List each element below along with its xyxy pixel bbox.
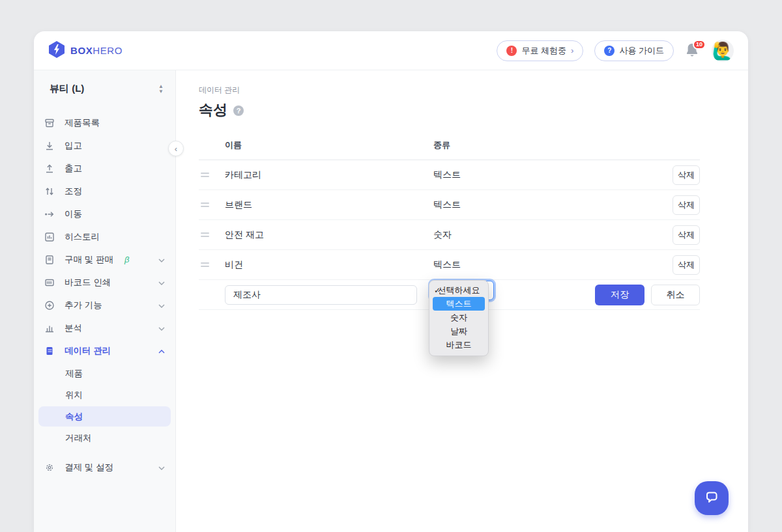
dropdown-option-label: 숫자 (450, 312, 467, 324)
sidebar-menu: 제품목록 입고 출고 (34, 111, 175, 479)
bar-chart-icon (44, 323, 55, 333)
sidebar-item-adjust[interactable]: 조정 (34, 180, 175, 203)
boxhero-logo[interactable]: BOXHERO (48, 40, 123, 61)
question-icon: ? (604, 46, 615, 56)
plus-circle-icon (44, 300, 55, 311)
sidebar-item-history[interactable]: 히스토리 (34, 225, 175, 248)
chevron-up-icon (158, 346, 165, 356)
sidebar-subitem-products[interactable]: 제품 (38, 363, 171, 384)
sidebar-item-addons[interactable]: 추가 기능 (34, 294, 175, 316)
delete-button[interactable]: 삭제 (673, 165, 700, 185)
dropdown-option-text[interactable]: 텍스트 (433, 297, 485, 311)
drag-handle-icon[interactable] (201, 201, 209, 209)
table-row: 안전 재고 숫자 삭제 (199, 220, 700, 250)
dropdown-option-placeholder[interactable]: ✓ 선택하세요 (433, 283, 485, 297)
sidebar-item-label: 히스토리 (65, 231, 100, 243)
chevron-down-icon (158, 300, 165, 310)
sidebar-item-stock-out[interactable]: 출고 (34, 157, 175, 180)
app-window: BOXHERO ! 무료 체험중 › ? 사용 가이드 10 🙋‍♂️ (34, 31, 748, 532)
notification-bell-button[interactable]: 10 (685, 42, 701, 59)
free-trial-button[interactable]: ! 무료 체험중 › (497, 40, 583, 61)
sidebar-item-label: 입고 (65, 140, 82, 152)
help-icon[interactable]: ? (233, 105, 244, 116)
sidebar-item-stock-in[interactable]: 입고 (34, 134, 175, 157)
chevron-right-icon: › (571, 46, 573, 55)
sidebar-item-products[interactable]: 제품목록 (34, 111, 175, 134)
sidebar-item-label: 바코드 인쇄 (65, 277, 111, 288)
sidebar-item-analytics[interactable]: 분석 (34, 316, 175, 339)
trial-alert-icon: ! (506, 46, 517, 56)
submenu-label: 거래처 (65, 432, 92, 444)
arrow-up-out-icon (44, 163, 55, 174)
delete-button[interactable]: 삭제 (673, 195, 700, 215)
table-row: 비건 텍스트 삭제 (199, 250, 700, 280)
sidebar-item-label: 이동 (65, 208, 82, 220)
attribute-type: 텍스트 (433, 169, 666, 181)
usage-guide-label: 사용 가이드 (619, 45, 664, 57)
document-icon (44, 255, 55, 265)
attribute-name-input[interactable] (225, 285, 417, 305)
dropdown-option-label: 날짜 (450, 326, 467, 337)
beta-badge: β (124, 255, 129, 264)
drag-handle-icon[interactable] (201, 231, 209, 239)
table-header: 이름 종류 (199, 131, 700, 160)
sidebar-subitem-partners[interactable]: 거래처 (38, 428, 171, 448)
sidebar-item-label: 분석 (65, 322, 82, 334)
sidebar-item-barcode-print[interactable]: 바코드 인쇄 (34, 271, 175, 294)
cancel-button[interactable]: 취소 (651, 285, 700, 305)
arrow-right-move-icon (44, 209, 55, 219)
column-header-name: 이름 (225, 139, 433, 151)
dropdown-option-date[interactable]: 날짜 (433, 324, 485, 338)
save-button[interactable]: 저장 (595, 285, 644, 305)
history-icon (44, 232, 55, 242)
free-trial-label: 무료 체험중 (521, 45, 566, 57)
user-avatar[interactable]: 🙋‍♂️ (712, 40, 734, 62)
sidebar-item-purchase-sales[interactable]: 구매 및 판매 β (34, 248, 175, 271)
attribute-name: 브랜드 (225, 199, 433, 211)
column-header-type: 종류 (433, 139, 666, 151)
sidebar-item-data-management[interactable]: 데이터 관리 (34, 339, 175, 362)
sidebar: 뷰티 (L) ▲▼ 제품목록 입고 (34, 70, 176, 532)
usage-guide-button[interactable]: ? 사용 가이드 (594, 40, 674, 61)
top-bar: BOXHERO ! 무료 체험중 › ? 사용 가이드 10 🙋‍♂️ (34, 31, 748, 70)
sidebar-item-label: 출고 (65, 163, 82, 175)
drag-handle-icon[interactable] (201, 260, 209, 269)
page-title: 속성 (199, 100, 227, 120)
chat-launcher-button[interactable] (695, 481, 729, 515)
dropdown-option-label: 텍스트 (446, 298, 472, 310)
attribute-name: 비건 (225, 259, 433, 271)
topbar-actions: ! 무료 체험중 › ? 사용 가이드 10 🙋‍♂️ (497, 40, 734, 62)
workspace-selector[interactable]: 뷰티 (L) ▲▼ (34, 76, 175, 102)
notification-count-badge: 10 (693, 40, 706, 49)
dropdown-option-label: 바코드 (446, 339, 472, 351)
sidebar-collapse-button[interactable]: ‹ (168, 141, 184, 156)
workspace-switch-icon: ▲▼ (158, 84, 164, 94)
dropdown-option-number[interactable]: 숫자 (433, 311, 485, 324)
chevron-down-icon (158, 255, 165, 264)
boxhero-wordmark: BOXHERO (70, 45, 123, 56)
dropdown-option-barcode[interactable]: 바코드 (433, 338, 485, 352)
table-row: 브랜드 텍스트 삭제 (199, 190, 700, 220)
delete-button[interactable]: 삭제 (673, 225, 700, 245)
breadcrumb: 데이터 관리 (199, 85, 748, 96)
boxhero-hexagon-icon (48, 40, 65, 61)
database-icon (44, 346, 55, 356)
main-content: 데이터 관리 속성 ? 이름 종류 카테고리 텍스트 삭제 (176, 70, 748, 532)
sidebar-item-label: 추가 기능 (65, 300, 102, 311)
sidebar-subitem-attributes[interactable]: 속성 (38, 406, 171, 427)
attribute-type: 텍스트 (433, 259, 666, 271)
drag-handle-icon[interactable] (201, 171, 209, 179)
sidebar-item-label: 조정 (65, 186, 82, 197)
submenu-label: 제품 (65, 368, 83, 380)
sidebar-item-billing-settings[interactable]: 결제 및 설정 (34, 456, 175, 479)
chevron-down-icon (158, 277, 165, 287)
sidebar-subitem-locations[interactable]: 위치 (38, 385, 171, 405)
delete-button[interactable]: 삭제 (673, 255, 700, 275)
attribute-name: 카테고리 (225, 169, 433, 181)
chevron-down-icon (158, 323, 165, 333)
arrows-up-down-icon (44, 186, 55, 197)
check-icon: ✓ (434, 286, 441, 295)
attribute-type: 텍스트 (433, 199, 666, 211)
dropdown-option-label: 선택하세요 (438, 285, 480, 296)
sidebar-item-move[interactable]: 이동 (34, 203, 175, 225)
